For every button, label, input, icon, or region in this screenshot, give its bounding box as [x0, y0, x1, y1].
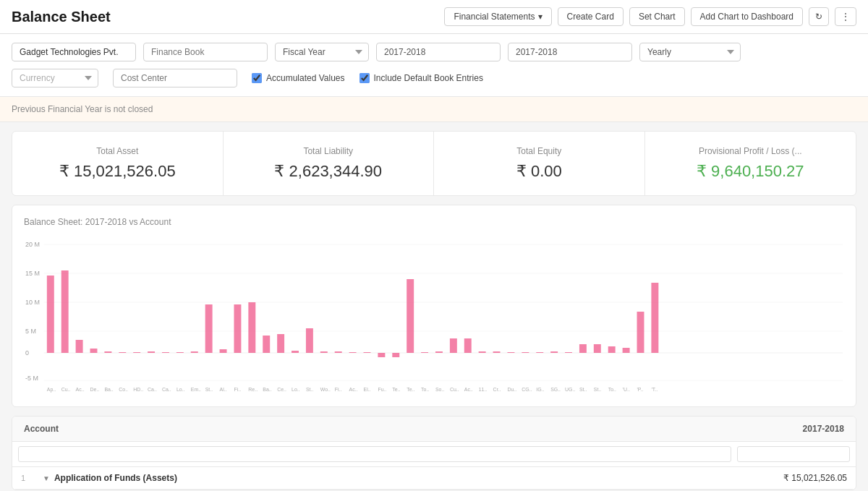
year-to-input[interactable]: [508, 43, 632, 61]
table-header: Account 2017-2018: [12, 417, 856, 442]
row-number: 1: [21, 474, 43, 482]
total-equity-card: Total Equity ₹ 0.00: [434, 132, 645, 195]
total-asset-label: Total Asset: [30, 146, 205, 156]
include-default-checkbox[interactable]: [359, 73, 370, 83]
add-chart-label: Add Chart to Dashboard: [700, 12, 793, 22]
svg-rect-30: [306, 328, 313, 353]
svg-text:Fi..: Fi..: [335, 387, 342, 392]
year-filter-input[interactable]: [737, 446, 850, 462]
svg-rect-36: [392, 353, 399, 357]
svg-text:Co..: Co..: [119, 387, 128, 392]
svg-text:St..: St..: [594, 387, 601, 392]
total-liability-card: Total Liability ₹ 2,623,344.90: [224, 132, 435, 195]
year-from-input[interactable]: [376, 43, 501, 61]
svg-text:Al..: Al..: [220, 387, 227, 392]
svg-text:'P..: 'P..: [637, 387, 644, 392]
svg-rect-18: [133, 352, 140, 353]
financial-statements-button[interactable]: Financial Statements ▾: [444, 7, 551, 26]
svg-rect-13: [61, 270, 69, 353]
svg-text:Cu..: Cu..: [61, 387, 71, 392]
svg-rect-25: [234, 304, 241, 353]
table-section: Account 2017-2018 1 ▼ Application of Fun…: [12, 416, 856, 490]
svg-text:Du..: Du..: [507, 387, 516, 392]
total-liability-value: ₹ 2,623,344.90: [241, 162, 417, 181]
currency-select[interactable]: Currency: [12, 69, 98, 87]
svg-rect-40: [450, 338, 457, 353]
notice-text: Previous Financial Year is not closed: [12, 104, 153, 114]
create-card-button[interactable]: Create Card: [558, 7, 624, 26]
add-chart-button[interactable]: Add Chart to Dashboard: [691, 7, 803, 26]
svg-text:Fi..: Fi..: [234, 387, 241, 392]
header-bar: Balance Sheet Financial Statements ▾ Cre…: [0, 0, 868, 34]
chart-section: Balance Sheet: 2017-2018 vs Account 20 M…: [12, 205, 856, 407]
filters-section: Fiscal Year Yearly Currency Accumulated …: [0, 34, 868, 97]
svg-text:'U..: 'U..: [623, 387, 630, 392]
svg-text:Ce..: Ce..: [277, 387, 286, 392]
svg-text:5 M: 5 M: [25, 328, 36, 335]
svg-rect-12: [47, 276, 54, 353]
accumulated-values-checkbox[interactable]: [252, 73, 262, 83]
include-default-label[interactable]: Include Default Book Entries: [359, 73, 483, 83]
svg-text:Em..: Em..: [191, 387, 201, 392]
svg-text:Ba..: Ba..: [104, 387, 113, 392]
svg-text:St..: St..: [579, 387, 587, 392]
svg-text:Ac..: Ac..: [349, 387, 358, 392]
chevron-down-icon[interactable]: ▼: [43, 474, 50, 482]
svg-rect-31: [320, 351, 328, 353]
svg-rect-34: [364, 352, 371, 353]
svg-text:11..: 11..: [479, 387, 488, 392]
svg-rect-47: [550, 351, 558, 353]
svg-text:Ac..: Ac..: [464, 387, 473, 392]
svg-text:Lo..: Lo..: [176, 387, 185, 392]
account-filter-input[interactable]: [18, 446, 731, 462]
refresh-button[interactable]: ↻: [809, 7, 829, 26]
chevron-down-icon: ▾: [538, 12, 542, 22]
more-button[interactable]: ⋮: [835, 7, 856, 26]
svg-rect-44: [507, 352, 514, 353]
svg-rect-29: [292, 351, 299, 353]
svg-text:El..: El..: [364, 387, 371, 392]
set-chart-label: Set Chart: [639, 12, 676, 22]
svg-text:SG..: SG..: [550, 387, 561, 392]
svg-text:IG..: IG..: [536, 387, 544, 392]
notice-bar: Previous Financial Year is not closed: [0, 97, 868, 122]
svg-text:Ca..: Ca..: [148, 387, 157, 392]
filters-row1: Fiscal Year Yearly: [12, 43, 856, 61]
periodicity-select[interactable]: Yearly: [639, 43, 741, 61]
svg-rect-19: [148, 351, 155, 353]
include-default-text: Include Default Book Entries: [374, 73, 483, 83]
svg-text:10 M: 10 M: [25, 299, 40, 306]
page-title: Balance Sheet: [12, 9, 111, 25]
total-equity-label: Total Equity: [451, 146, 627, 156]
company-input[interactable]: [12, 43, 136, 61]
svg-rect-26: [248, 302, 255, 353]
create-card-label: Create Card: [567, 12, 614, 22]
accumulated-values-label[interactable]: Accumulated Values: [252, 73, 345, 83]
svg-rect-42: [479, 351, 486, 353]
svg-rect-32: [335, 351, 342, 353]
svg-text:Re..: Re..: [248, 387, 258, 392]
svg-text:15 M: 15 M: [25, 270, 40, 277]
svg-rect-46: [536, 352, 543, 353]
svg-rect-17: [119, 352, 126, 353]
svg-text:Cr..: Cr..: [493, 387, 501, 392]
svg-rect-22: [191, 351, 198, 353]
svg-text:So..: So..: [435, 387, 444, 392]
svg-rect-15: [90, 349, 98, 353]
chart-svg: 20 M 15 M 10 M 5 M 0 -5 M: [24, 236, 844, 395]
set-chart-button[interactable]: Set Chart: [629, 7, 685, 26]
profit-loss-value: ₹ 9,640,150.27: [663, 162, 839, 181]
cost-center-input[interactable]: [113, 69, 237, 87]
finance-book-input[interactable]: [143, 43, 268, 61]
svg-rect-50: [594, 344, 601, 353]
filters-row2: Currency Accumulated Values Include Defa…: [12, 69, 856, 87]
svg-text:De..: De..: [90, 387, 100, 392]
total-asset-card: Total Asset ₹ 15,021,526.05: [12, 132, 224, 195]
row-value: ₹ 15,021,526.05: [760, 473, 847, 483]
col-account-header: Account: [12, 417, 769, 441]
svg-rect-23: [205, 304, 213, 353]
svg-rect-39: [435, 351, 443, 353]
svg-rect-16: [104, 351, 111, 353]
fiscal-year-select[interactable]: Fiscal Year: [275, 43, 369, 61]
chart-title: Balance Sheet: 2017-2018 vs Account: [24, 217, 844, 227]
